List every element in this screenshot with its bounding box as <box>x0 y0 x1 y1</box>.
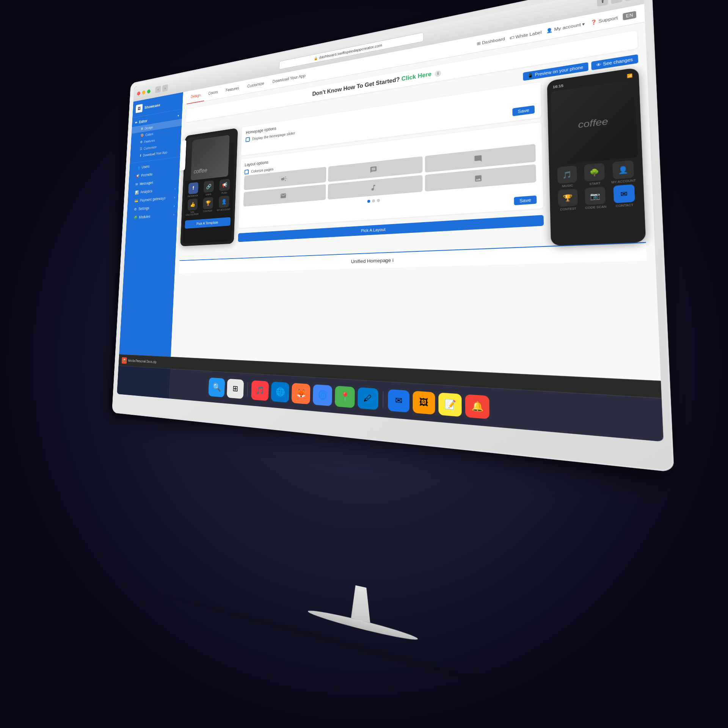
email-icon <box>280 192 286 199</box>
phone-screen: coffee f <box>182 131 235 244</box>
colors-label: Colors <box>145 132 153 137</box>
promote-icon: 📢 <box>136 174 140 178</box>
tips-icon: 👍 <box>190 201 195 207</box>
dock-music[interactable]: 🎵 <box>251 380 269 401</box>
click-here-link[interactable]: Click Here <box>402 71 431 82</box>
codescan-label: CODE SCAN <box>585 205 606 210</box>
phone-mock: coffee f <box>180 128 238 246</box>
editor-chevron: ▾ <box>177 114 179 117</box>
right-icon-music[interactable]: 🎵 MUSIC <box>555 165 580 188</box>
dock-safari[interactable]: 🌐 <box>271 381 289 403</box>
dashboard-link[interactable]: ⊞ Dashboard <box>477 36 505 47</box>
dock-photos[interactable]: 🖼 <box>413 391 435 414</box>
sidebar-toggle[interactable]: ⊞ <box>625 0 637 2</box>
dock-separator-2 <box>383 391 383 407</box>
share-button[interactable]: ⬆ <box>597 0 608 7</box>
minimize-button[interactable] <box>142 90 146 94</box>
my-account-link[interactable]: 👤 My account ▾ <box>546 21 585 34</box>
maximize-button[interactable] <box>147 89 151 94</box>
facebook-icon: f <box>193 185 194 191</box>
hero-info-icon[interactable]: i <box>435 70 441 77</box>
users-icon: 👥 <box>136 165 140 170</box>
see-changes-button[interactable]: 👁 See changes <box>591 54 639 70</box>
messages-icon: ✉ <box>135 182 138 187</box>
unified-info-icon[interactable]: i <box>392 257 394 263</box>
music-icon-label: MUSIC <box>562 184 573 188</box>
dot-1[interactable] <box>367 200 370 203</box>
dock-firefox[interactable]: 🦊 <box>292 383 311 404</box>
settings-icon: ⚙ <box>134 207 137 212</box>
homepage-slider-checkbox[interactable] <box>246 137 250 142</box>
support-link[interactable]: ❓ Support <box>590 15 618 25</box>
dock-mail[interactable]: ✉ <box>388 389 410 413</box>
contest-icon: 🏆 <box>205 200 211 206</box>
colors-icon: 🎨 <box>140 133 144 137</box>
customize-icon: ☰ <box>140 147 142 151</box>
modules-icon: 🧩 <box>133 215 137 220</box>
phone-icon-contest[interactable]: 🏆 CONTEST <box>201 197 215 215</box>
dock-chrome[interactable]: 🌀 <box>313 384 332 406</box>
window-nav: ‹ › <box>155 84 168 93</box>
settings-label: Settings <box>138 206 149 211</box>
phone-signal: 📶 <box>627 73 633 78</box>
dock-reminders[interactable]: 🔔 <box>465 394 490 419</box>
dock-finder[interactable]: 🔍 <box>208 377 225 397</box>
phone-icon-links[interactable]: 🔗 LINKS <box>201 180 216 196</box>
dot-2[interactable] <box>372 199 375 202</box>
language-selector[interactable]: EN <box>623 11 636 20</box>
see-changes-label: See changes <box>603 57 633 66</box>
phone-template-button[interactable]: Pick A Template <box>185 217 231 229</box>
right-myaccount-label: MY ACCOUNT <box>611 179 636 184</box>
colorize-pages-checkbox[interactable] <box>245 169 249 174</box>
analytics-chevron: › <box>174 187 176 190</box>
right-icon-codescan[interactable]: 📷 CODE SCAN <box>582 186 609 209</box>
homepage-save-button[interactable]: Save <box>512 105 535 116</box>
close-button[interactable] <box>137 91 140 95</box>
features-label: Features <box>144 138 155 144</box>
new-tab-button[interactable]: + <box>611 0 622 4</box>
dock-notes[interactable]: 📝 <box>438 392 462 417</box>
right-myaccount-icon-box: 👤 <box>612 160 634 179</box>
payment-icon: 💳 <box>134 199 138 203</box>
white-label-link[interactable]: 🏷 White Label <box>509 30 542 40</box>
monitor-wrapper: ‹ › 🔒 dashboard.swiftspeedappcreator.com… <box>53 19 675 588</box>
dock-launchpad[interactable]: ⊞ <box>227 378 244 399</box>
logo-icon: 🖼 <box>135 104 143 113</box>
messages-label: Messages <box>140 180 153 186</box>
push-label: PUSH <box>221 191 227 194</box>
dock-vscode[interactable]: 🖊 <box>358 387 378 410</box>
dot-3[interactable] <box>377 199 380 202</box>
download-item: 📦 kinola Personal Docs.zip <box>122 357 157 366</box>
right-icon-contest[interactable]: 🏆 CONTEST <box>555 188 581 211</box>
forward-button[interactable]: › <box>162 84 168 92</box>
tips-label: TIPS CALCULATOR <box>185 210 199 216</box>
customize-label: Customize <box>144 145 157 150</box>
layout-save-button[interactable]: Save <box>514 195 537 205</box>
push-icon: 📢 <box>222 182 228 188</box>
monitor-inner: ‹ › 🔒 dashboard.swiftspeedappcreator.com… <box>117 0 664 442</box>
right-phone: 16:15 📶 coffee <box>547 67 646 246</box>
right-icon-start[interactable]: 🌳 START <box>582 163 608 186</box>
phone-icon-myaccount[interactable]: 👤 MY ACCOUNT <box>217 195 232 214</box>
app-name: Showcase <box>144 102 160 110</box>
editor-icon: ✏ <box>135 121 138 125</box>
codescan-icon-box: 📷 <box>585 187 606 205</box>
phone-icon-push[interactable]: 📢 PUSH <box>217 179 232 195</box>
back-button[interactable]: ‹ <box>155 86 161 93</box>
features-icon: ⚙ <box>140 140 143 144</box>
users-label: Users <box>141 164 149 169</box>
right-icon-contact[interactable]: ✉ CONTACT <box>610 184 638 208</box>
promote-label: Promote <box>141 172 152 178</box>
phone-icon-tips[interactable]: 👍 TIPS CALCULATOR <box>185 198 200 216</box>
links-icon-box: 🔗 <box>204 180 214 193</box>
right-icon-myaccount[interactable]: 👤 MY ACCOUNT <box>610 160 637 184</box>
push-icon-box: 📢 <box>219 179 230 191</box>
dock-maps[interactable]: 📍 <box>335 386 355 408</box>
contest-label: CONTEST <box>203 209 212 212</box>
window-actions: ⬆ + ⊞ <box>597 0 637 7</box>
chat-icon <box>370 166 378 174</box>
modules-chevron: › <box>173 213 174 216</box>
download-filename: kinola Personal Docs.zip <box>128 359 157 364</box>
phone-icon-facebook[interactable]: f FACEBOOK <box>186 182 200 198</box>
design-icon: ⊞ <box>141 127 143 131</box>
